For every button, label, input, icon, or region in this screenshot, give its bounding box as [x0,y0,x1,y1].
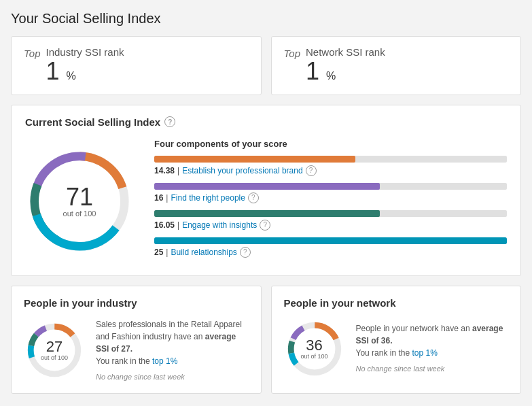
small-score-label-network: out of 100 [300,353,327,360]
component-help-icon[interactable]: ? [240,247,251,258]
components-section: Four components of your score 14.38 | Es… [154,139,507,265]
bottom-card-title-network: People in your network [284,297,509,309]
no-change-industry: No change since last week [96,371,249,383]
components-list: 14.38 | Establish your professional bran… [154,156,507,258]
component-link[interactable]: Engage with insights [182,220,257,230]
main-score-label: out of 100 [63,209,96,218]
component-label: 16 | Find the right people ? [154,192,507,203]
bottom-content-network: 36 out of 100 People in your network hav… [284,318,509,379]
progress-bar-bg [154,210,507,217]
component-item: 16.05 | Engage with insights ? [154,210,507,231]
top-cards-section: Top Industry SSI rank 1 % Top Network SS… [11,36,521,95]
component-link[interactable]: Establish your professional brand [182,166,302,175]
rank-highlight-industry: top 1% [152,356,177,366]
small-score-label-industry: out of 100 [41,354,68,361]
main-donut-section: 71 out of 100 [25,139,134,265]
rank-value-network: 1 % [306,58,385,85]
page-title: Your Social Selling Index [11,11,521,27]
component-label: 25 | Build relationships ? [154,247,507,258]
progress-bar-fill [154,210,380,217]
rank-highlight-network: top 1% [412,348,437,358]
middle-help-icon[interactable]: ? [164,116,175,127]
progress-bar-bg [154,156,507,163]
top-card-network: Top Network SSI rank 1 % [271,36,522,95]
top-label-network: Top [284,46,300,59]
bottom-cards-section: People in your industry 27 out of 100 Sa… [11,286,521,394]
main-score: 71 [63,185,96,209]
component-score: 16 [154,193,163,203]
progress-bar-bg [154,237,507,244]
component-link[interactable]: Build relationships [171,248,236,257]
top-card-industry: Top Industry SSI rank 1 % [11,36,262,95]
bottom-content-industry: 27 out of 100 Sales professionals in the… [24,318,249,383]
component-score: 25 [154,248,163,257]
small-donut-network: 36 out of 100 [284,318,345,379]
component-item: 25 | Build relationships ? [154,237,507,258]
bottom-text-network: People in your network have an average S… [356,322,509,375]
progress-bar-fill [154,237,507,244]
components-title: Four components of your score [154,139,507,149]
small-score-industry: 27 [41,339,68,354]
small-donut-industry: 27 out of 100 [24,320,85,381]
component-item: 16 | Find the right people ? [154,183,507,203]
rank-title-network: Network SSI rank [306,46,385,58]
top-label-industry: Top [24,46,40,59]
component-score: 14.38 [154,166,175,175]
component-help-icon[interactable]: ? [260,220,270,231]
industry-card: People in your industry 27 out of 100 Sa… [11,286,262,394]
middle-card-title: Current Social Selling Index ? [25,116,507,128]
rank-value-industry: 1 % [46,58,124,85]
progress-bar-fill [154,156,355,163]
component-link[interactable]: Find the right people [171,193,245,203]
small-score-network: 36 [300,338,327,353]
component-label: 16.05 | Engage with insights ? [154,220,507,231]
network-card: People in your network 36 out of 100 Peo… [271,286,522,394]
component-item: 14.38 | Establish your professional bran… [154,156,507,176]
progress-bar-bg [154,183,507,190]
component-label: 14.38 | Establish your professional bran… [154,165,507,176]
progress-bar-fill [154,183,380,190]
component-help-icon[interactable]: ? [306,165,317,176]
component-score: 16.05 [154,220,175,230]
main-donut: 71 out of 100 [29,150,130,252]
component-help-icon[interactable]: ? [248,192,259,203]
no-change-network: No change since last week [356,363,509,375]
rank-title-industry: Industry SSI rank [46,46,124,58]
bottom-card-title-industry: People in your industry [24,297,249,309]
current-ssi-card: Current Social Selling Index ? 71 out of… [11,105,521,276]
bottom-text-industry: Sales professionals in the Retail Appare… [96,318,249,383]
